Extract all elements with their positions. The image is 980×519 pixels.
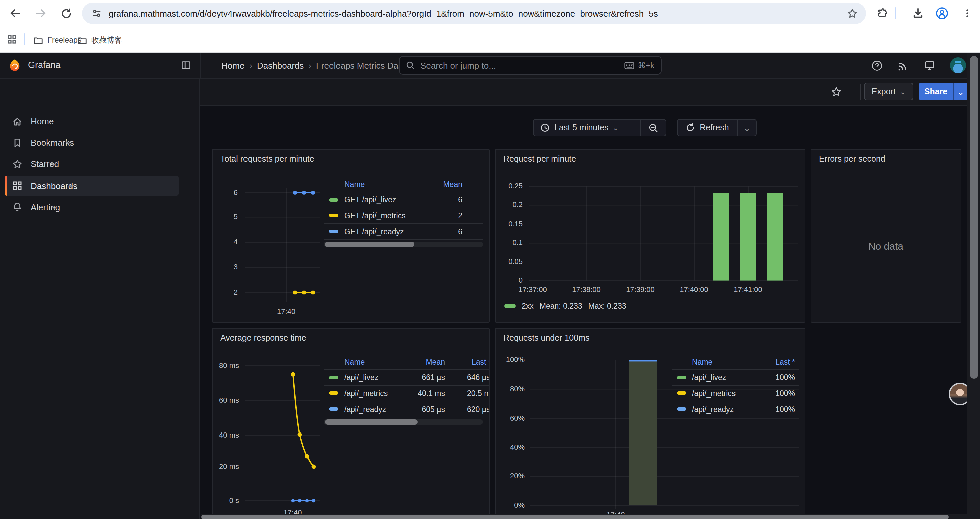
chevron-down-icon[interactable] [50,160,57,168]
rss-icon[interactable] [897,60,908,72]
y-tick: 0.25 [495,182,523,190]
series-color-pill [677,392,686,395]
forward-icon[interactable] [34,7,48,20]
legend-row[interactable]: /api/_livez 100% [672,370,799,386]
download-icon[interactable] [911,7,924,20]
legend-table: Name Mean Last * /api/_livez 661 µs 646 … [323,355,489,425]
help-icon[interactable] [871,60,883,72]
legend-table: Name Mean GET /api/_livez 6 GET /api/_me… [323,177,483,247]
app-header: Grafana Home › Dashboards › Freeleaps Me… [0,53,980,78]
y-tick: 4 [213,238,238,246]
legend-row[interactable]: /api/_metrics 100% [672,386,799,401]
dashboard-toolbar: Export ⌄ Share ⌄ [200,78,980,105]
y-tick: 0.05 [495,257,523,265]
clock-icon [540,123,550,132]
grafana-logo[interactable] [8,59,21,72]
panel-title[interactable]: Errors per second [819,154,885,163]
y-tick: 0.15 [495,219,523,227]
reload-icon[interactable] [59,7,73,20]
time-range-picker[interactable]: Last 5 minutes ⌄ [533,119,641,136]
refresh-icon [686,123,695,132]
search-input[interactable]: Search or jump to... ⌘+k [399,56,662,75]
x-tick: 17:37:00 [513,285,553,293]
y-tick: 3 [213,263,238,271]
panel-request-per-minute: Request per minute 0.25 0.2 0.15 0.1 0.0… [495,149,805,322]
apps-grid-icon[interactable] [5,33,19,46]
tune-icon[interactable] [91,8,102,19]
legend-bottom: 2xx Mean: 0.233 Max: 0.233 [504,302,627,310]
sidebar-item-alerting[interactable]: Alerting [0,197,200,217]
legend-row[interactable]: /api/_readyz 100% [672,402,799,417]
legend-col-last[interactable]: Last * [472,358,489,366]
vertical-scrollbar-thumb[interactable] [970,56,978,379]
y-tick: 0% [495,501,525,509]
bell-icon [12,202,23,212]
zoom-out-button[interactable] [641,119,667,136]
sidebar-item-bookmarks[interactable]: Bookmarks [0,133,200,153]
dashboards-grid-icon [12,180,23,191]
brand-title[interactable]: Grafana [28,60,61,70]
breadcrumb-separator: › [245,61,257,70]
legend-col-mean[interactable]: Mean [426,358,445,366]
y-tick: 20% [495,471,525,480]
sidebar-item-starred[interactable]: Starred [0,154,200,174]
user-avatar[interactable] [950,57,966,73]
legend-scrollbar[interactable] [323,242,483,247]
y-tick: 100% [495,355,525,363]
y-tick: 5 [213,213,238,221]
legend-series-name[interactable]: 2xx [522,302,534,310]
active-item-accent-bar [5,176,7,196]
x-tick: 17:41:00 [728,285,768,293]
bookmarks-divider [24,34,25,45]
share-button[interactable]: Share [919,83,953,100]
breadcrumb-home[interactable]: Home [221,61,245,70]
sidebar-item-home[interactable]: Home [0,111,200,131]
x-tick: 17:40 [269,307,303,315]
legend-row[interactable]: /api/_livez 661 µs 646 µs [323,370,489,386]
legend-col-last[interactable]: Last * [775,358,795,366]
series-color-pill [329,198,338,202]
kebab-menu-icon[interactable] [961,7,974,20]
back-icon[interactable] [9,7,22,20]
refresh-interval-dropdown[interactable]: ⌄ [738,119,757,136]
horizontal-scrollbar-thumb[interactable] [202,515,949,519]
search-shortcut: ⌘+k [624,61,654,70]
bookmark-star-icon[interactable] [846,8,858,19]
refresh-button[interactable]: Refresh [677,119,738,136]
chevron-down-icon[interactable] [65,139,72,146]
collapse-panel-icon[interactable] [181,60,191,71]
chevron-down-icon[interactable] [51,203,58,211]
legend-row[interactable]: /api/_metrics 40.1 ms 20.5 ms [323,386,489,401]
sidebar-item-dashboards[interactable]: Dashboards [0,176,200,196]
legend-row[interactable]: /api/_readyz 605 µs 620 µs [323,402,489,417]
search-placeholder: Search or jump to... [420,61,496,70]
x-tick: 17:39:00 [620,285,660,293]
legend-row[interactable]: GET /api/_livez 6 [323,192,483,208]
legend-scrollbar[interactable] [323,420,483,425]
keyboard-icon [624,62,635,69]
breadcrumb-dashboards[interactable]: Dashboards [257,61,304,70]
url-bar[interactable]: grafana.mathmast.com/d/deytv4rwavabkb/fr… [82,3,866,24]
legend-col-name[interactable]: Name [344,358,364,366]
favorite-star-icon[interactable] [830,86,842,97]
y-tick: 6 [213,188,238,196]
monitor-icon[interactable] [924,60,935,72]
share-dropdown-button[interactable]: ⌄ [953,83,968,100]
y-tick: 60 ms [213,396,239,404]
legend-row[interactable]: GET /api/_metrics 2 [323,208,483,224]
zoom-out-icon [648,123,659,133]
bookmark-folder-blogs[interactable]: 收藏博客 [73,33,126,48]
legend-col-name[interactable]: Name [344,180,364,188]
chevron-down-icon[interactable] [68,182,75,189]
extensions-icon[interactable] [876,7,889,20]
legend-col-mean[interactable]: Mean [443,180,462,188]
legend-row[interactable]: GET /api/_readyz 6 [323,224,483,240]
y-tick: 60% [495,414,525,422]
legend-col-name[interactable]: Name [692,358,713,366]
export-button[interactable]: Export ⌄ [864,83,913,100]
y-tick: 0 [495,276,523,284]
y-tick: 0.2 [495,201,523,209]
y-tick: 80% [495,385,525,393]
chevron-down-icon: ⌄ [613,123,619,132]
profile-icon[interactable] [935,7,949,20]
